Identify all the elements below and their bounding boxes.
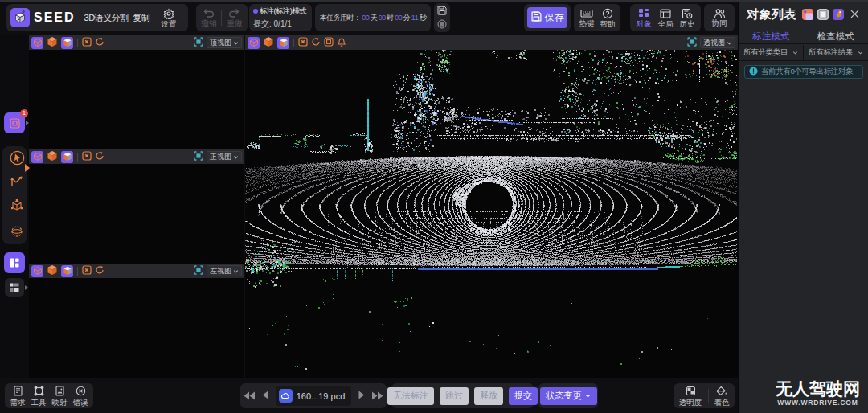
tricolor-cube-icon[interactable]: [61, 265, 73, 277]
objects-tab-button[interactable]: 对象: [636, 4, 652, 31]
mode-status-lines: 标注(标注)模式 提交: 0/1/1: [253, 6, 308, 30]
polyline-tool[interactable]: [9, 173, 25, 189]
seed-logo-icon: [10, 8, 30, 27]
segmentation-brush-tool[interactable]: 1: [4, 112, 25, 133]
select-cursor-tool[interactable]: [9, 149, 25, 166]
wireframe-cube-icon[interactable]: [31, 265, 43, 277]
cannot-annotate-button[interactable]: 无法标注: [387, 387, 434, 405]
perspective-viewport: 透视图: [245, 35, 738, 378]
focus-target-icon[interactable]: [687, 37, 697, 48]
annotation-app: SEED 3D语义分割_复制 设置: [0, 0, 868, 413]
task-time-label: 本任务用时：: [320, 13, 361, 23]
reset-rotate-icon[interactable]: [95, 37, 104, 48]
history-tab-button[interactable]: 历史: [679, 4, 695, 31]
save-button[interactable]: 保存: [527, 7, 567, 28]
export-count-notice: 当前共有0个可导出标注对象: [744, 65, 863, 79]
divider: [293, 39, 294, 47]
wireframe-cube-icon[interactable]: [31, 151, 43, 163]
tricolor-cube-icon[interactable]: [277, 37, 289, 49]
pointcloud-canvas-area[interactable]: [245, 50, 738, 378]
circle-x-icon: [76, 386, 86, 398]
orthographic-viewports: 顶视图: [29, 35, 244, 378]
sphere-tool[interactable]: [9, 223, 25, 239]
view-switch-group: 对象 全局 历史: [630, 4, 701, 31]
status-change-button[interactable]: 状态变更: [540, 387, 597, 405]
last-frame-button[interactable]: [372, 391, 383, 400]
release-button[interactable]: 释放: [474, 387, 503, 405]
tricolor-cube-icon[interactable]: [61, 37, 73, 49]
box-in-box-icon[interactable]: [324, 37, 334, 48]
tricolor-cube-icon[interactable]: [61, 151, 73, 163]
undo-button[interactable]: 撤销: [196, 4, 221, 31]
prev-frame-button[interactable]: [262, 391, 268, 401]
view-type-dropdown[interactable]: 透视图: [700, 37, 735, 48]
collaborate-group: 协同: [704, 4, 735, 31]
bell-icon[interactable]: [337, 37, 346, 48]
layout-grid-tool[interactable]: [5, 278, 24, 297]
solid-cube-icon[interactable]: [263, 36, 274, 49]
viewport-header: 透视图: [245, 35, 738, 50]
divider: [154, 10, 154, 26]
category-filter-dropdown[interactable]: 所有分类类目: [739, 45, 803, 60]
front-view-canvas[interactable]: [29, 164, 244, 264]
redo-button[interactable]: 重做: [222, 4, 247, 31]
tab-inspect-mode[interactable]: 检查模式: [804, 29, 868, 43]
next-frame-button[interactable]: [358, 391, 365, 401]
square-mode-icon[interactable]: [817, 9, 829, 20]
layout-columns-tool[interactable]: [4, 252, 25, 273]
reset-rotate-icon[interactable]: [311, 37, 321, 48]
view-type-dropdown[interactable]: 顶视图: [207, 37, 242, 48]
hotkey-button[interactable]: 热键: [579, 4, 595, 31]
close-icon[interactable]: [850, 9, 860, 21]
error-button[interactable]: 错误: [72, 383, 88, 408]
help-icon: [602, 8, 613, 19]
tool-button[interactable]: 工具: [31, 383, 47, 408]
sidebar-collapse-arrow[interactable]: [25, 164, 30, 172]
view-type-dropdown[interactable]: 左视图: [207, 265, 242, 276]
help-button[interactable]: 帮助: [600, 4, 616, 31]
collaborate-button[interactable]: 协同: [711, 4, 727, 31]
fit-view-icon[interactable]: [82, 37, 92, 48]
view-type-dropdown[interactable]: 正视图: [207, 151, 242, 162]
divider: [80, 10, 80, 26]
floppy-small-icon[interactable]: [437, 6, 447, 17]
fit-view-icon[interactable]: [82, 265, 92, 276]
current-file-chip[interactable]: 160...19.pcd: [276, 386, 352, 406]
focus-target-icon[interactable]: [194, 151, 203, 162]
top-view-canvas[interactable]: [29, 50, 244, 149]
result-filter-dropdown[interactable]: 所有标注结果: [803, 45, 868, 60]
submit-button[interactable]: 提交: [509, 387, 538, 405]
solid-cube-icon[interactable]: [47, 150, 58, 163]
wireframe-cube-icon[interactable]: [31, 37, 43, 49]
focus-target-icon[interactable]: [194, 265, 203, 276]
hotkey-label: 热键: [579, 19, 595, 27]
reset-rotate-icon[interactable]: [95, 265, 104, 276]
focus-target-icon[interactable]: [194, 37, 203, 48]
left-view-canvas[interactable]: [29, 278, 244, 378]
wireframe-cube-icon[interactable]: [248, 37, 260, 49]
mapping-button[interactable]: 映射: [51, 383, 68, 408]
tag-mode-icon[interactable]: [833, 9, 844, 20]
skip-button[interactable]: 跳过: [440, 387, 469, 405]
watermark-title: 无人驾驶网: [776, 379, 860, 398]
pointcloud-canvas[interactable]: [245, 50, 737, 378]
first-frame-button[interactable]: [244, 391, 255, 400]
global-window-icon: [660, 8, 671, 19]
select-mode-icon[interactable]: [802, 9, 813, 20]
settings-button[interactable]: 设置: [158, 4, 179, 31]
tab-annotate-mode[interactable]: 标注模式: [739, 29, 804, 43]
reset-rotate-icon[interactable]: [95, 151, 104, 162]
colorize-button[interactable]: 着色: [714, 383, 730, 408]
solid-cube-icon[interactable]: [47, 36, 58, 49]
opacity-button[interactable]: 透明度: [678, 383, 702, 408]
cube-scale-tool[interactable]: [9, 198, 25, 214]
fit-view-icon[interactable]: [298, 37, 308, 48]
fit-view-icon[interactable]: [82, 151, 92, 162]
global-tab-button[interactable]: 全局: [657, 4, 674, 31]
requirement-button[interactable]: 需求: [10, 383, 26, 408]
mode-text: 标注(标注)模式: [260, 6, 306, 17]
checker-icon: [686, 386, 696, 398]
auto-save-icon[interactable]: [437, 19, 447, 31]
solid-cube-icon[interactable]: [47, 264, 58, 277]
mode-line: 标注(标注)模式: [253, 6, 308, 17]
